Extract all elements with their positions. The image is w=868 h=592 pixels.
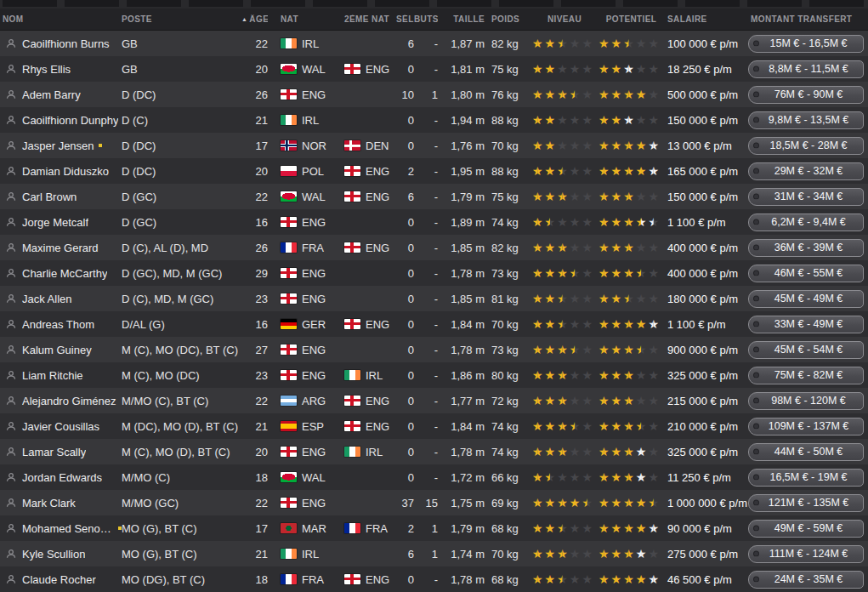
nationality-code: ENG (302, 267, 326, 280)
table-row[interactable]: Damian Diduszko D (DC) 20 POL ENG 2 - 1,… (0, 158, 868, 184)
column-header-nat2[interactable]: 2ÈME NAT (342, 14, 396, 24)
toolbar-button-stub[interactable] (437, 0, 491, 7)
column-header-nom[interactable]: NOM (0, 14, 122, 24)
table-row[interactable]: Lamar Scally M (C), MO (D), BT (C) 20 EN… (0, 439, 868, 464)
toolbar-button-stub[interactable] (189, 0, 243, 7)
player-name-cell[interactable]: Lamar Scally (0, 446, 122, 458)
table-row[interactable]: Mohamed Senoussi MO (G), BT (C) 17 MAR F… (0, 515, 868, 541)
star-icon: ★ (647, 446, 660, 458)
table-row[interactable]: Kalum Guiney M (C), MO (DC), BT (C) 27 E… (0, 337, 868, 362)
table-row[interactable]: Mark Clark M/MO (GC) 22 ENG 37 15 1,75 m… (0, 490, 868, 515)
player-name-cell[interactable]: Mark Clark (0, 497, 122, 509)
player-name-cell[interactable]: Damian Diduszko (0, 165, 122, 178)
toolbar-button-stub[interactable] (561, 0, 616, 7)
player-name-cell[interactable]: Claude Rocher (0, 573, 122, 586)
player-name-cell[interactable]: Maxime Gerard (0, 242, 122, 254)
player-position: M (C), MO (DC), BT (C) (122, 344, 241, 356)
column-header-potentiel[interactable]: POTENTIEL (598, 14, 665, 24)
star-icon: ★★★ (556, 88, 569, 101)
table-row[interactable]: Rhys Ellis GB 20 WAL ENG 0 - 1,81 m 75 k… (0, 56, 868, 82)
player-name-cell[interactable]: Caoilfhionn Dunphy (0, 114, 122, 127)
player-name-cell[interactable]: Andreas Thom (0, 318, 122, 331)
player-age: 22 (241, 497, 268, 509)
table-row[interactable]: Javier Cousillas M (DC), MO (D), BT (C) … (0, 413, 868, 439)
column-header-sel[interactable]: SÉL. (396, 14, 414, 24)
player-name-cell[interactable]: Kyle Scullion (0, 548, 122, 561)
toolbar-button-stub[interactable] (313, 0, 367, 7)
player-height: 1,86 m (438, 369, 485, 382)
player-weight: 75 kg (485, 63, 531, 76)
table-row[interactable]: Adem Barry D (DC) 26 ENG 10 1 1,80 m 76 … (0, 82, 868, 107)
table-row[interactable]: Caoilfhionn Dunphy D (C) 21 IRL 0 - 1,94… (0, 107, 868, 133)
toolbar-button-stub[interactable] (65, 0, 119, 7)
player-name-cell[interactable]: Kalum Guiney (0, 344, 122, 356)
column-header-buts[interactable]: BUTS (414, 14, 438, 24)
player-height: 1,77 m (438, 395, 485, 407)
column-header-niveau[interactable]: NIVEAU (531, 14, 598, 24)
star-icon: ★★ (569, 88, 582, 101)
column-header-poste[interactable]: POSTE (122, 14, 241, 24)
toolbar-button-stub[interactable] (499, 0, 553, 7)
player-name-cell[interactable]: Jasper Jensen (0, 139, 122, 152)
table-row[interactable]: Andreas Thom D/AL (G) 16 GER ENG 0 - 1,8… (0, 311, 868, 337)
player-name-cell[interactable]: Jorge Metcalf (0, 216, 122, 229)
player-wage: 400 000 € p/m (665, 242, 746, 254)
player-name-cell[interactable]: Rhys Ellis (0, 63, 122, 76)
table-row[interactable]: Jasper Jensen D (DC) 17 NOR DEN 0 - 1,76… (0, 133, 868, 158)
player-name-cell[interactable]: Jack Allen (0, 293, 122, 305)
table-row[interactable]: Claude Rocher MO (DG), BT (C) 18 FRA ENG… (0, 566, 868, 592)
toolbar-button-stub[interactable] (127, 0, 181, 7)
player-name-cell[interactable]: Liam Ritchie (0, 369, 122, 382)
column-header-salaire[interactable]: SALAIRE (665, 14, 746, 24)
toolbar-button-stub[interactable] (251, 0, 305, 7)
star-icon: ★ (581, 395, 593, 407)
player-name-cell[interactable]: Jordan Edwards (0, 471, 122, 484)
player-position: M/MO (GC) (122, 497, 241, 509)
toolbar-button-stub[interactable] (809, 0, 864, 7)
star-icon: ★★★ (635, 88, 648, 101)
table-row[interactable]: Carl Brown D (GC) 22 WAL ENG 6 - 1,79 m … (0, 184, 868, 209)
table-row[interactable]: Charlie McCarthy D (GC), MD, M (GC) 29 E… (0, 260, 868, 286)
star-icon: ★★★ (622, 573, 635, 586)
column-header-age[interactable]: ▲ÂGE (241, 14, 268, 24)
second-nationality-flag-icon (344, 319, 360, 329)
column-header-poids[interactable]: POIDS (485, 14, 531, 24)
player-height: 1,74 m (438, 548, 485, 561)
toolbar-button-stub[interactable] (3, 0, 57, 7)
table-row[interactable]: Maxime Gerard D (C), AL (D), MD 26 FRA E… (0, 235, 868, 260)
star-icon: ★★★ (531, 573, 544, 586)
column-header-transfert[interactable]: MONTANT TRANSFERT (746, 14, 868, 24)
table-row[interactable]: Jack Allen D (C), MD, M (GC) 23 ENG 0 - … (0, 286, 868, 311)
star-icon: ★★★ (598, 293, 610, 305)
table-row[interactable]: Jordan Edwards M/MO (C) 18 WAL 0 - 1,72 … (0, 464, 868, 490)
player-weight: 68 kg (485, 573, 531, 586)
toolbar-button-stub[interactable] (685, 0, 740, 7)
table-row[interactable]: Jorge Metcalf D (GC) 16 ENG 0 - 1,89 m 7… (0, 209, 868, 235)
toolbar-button-stub[interactable] (747, 0, 802, 7)
toolbar-button-stub[interactable] (623, 0, 678, 7)
star-icon: ★★ (556, 293, 569, 305)
player-name-cell[interactable]: Alejandro Giménez (0, 395, 122, 407)
player-name-cell[interactable]: Carl Brown (0, 191, 122, 203)
star-icon: ★ (569, 471, 582, 484)
player-name-cell[interactable]: Caoilfhionn Burns (0, 37, 122, 50)
table-row[interactable]: Alejandro Giménez M/MO (C), BT (C) 22 AR… (0, 388, 868, 413)
table-row[interactable]: Kyle Scullion MO (G), BT (C) 21 IRL 6 1 … (0, 541, 868, 566)
player-name-cell[interactable]: Adem Barry (0, 88, 122, 101)
player-position: D (C), MD, M (GC) (122, 293, 241, 305)
player-wage: 210 000 € p/m (665, 420, 746, 433)
player-name: Lamar Scally (22, 446, 86, 458)
player-name-cell[interactable]: Mohamed Senoussi (0, 522, 122, 535)
current-ability-stars: ★★★★★★★★★★ (531, 165, 598, 178)
player-name: Caoilfhionn Burns (22, 37, 110, 50)
player-name-cell[interactable]: Charlie McCarthy (0, 267, 122, 280)
column-header-taille[interactable]: TAILLE (438, 14, 485, 24)
column-header-nat[interactable]: NAT (268, 14, 342, 24)
star-icon: ★ (635, 114, 648, 127)
toolbar-button-stub[interactable] (375, 0, 429, 7)
player-caps: 0 (396, 344, 414, 356)
player-name-cell[interactable]: Javier Cousillas (0, 420, 122, 433)
table-row[interactable]: Caoilfhionn Burns GB 22 IRL 6 - 1,87 m 8… (0, 31, 868, 56)
table-row[interactable]: Liam Ritchie M (C), MO (DC) 23 ENG IRL 0… (0, 362, 868, 388)
player-icon (6, 115, 16, 125)
